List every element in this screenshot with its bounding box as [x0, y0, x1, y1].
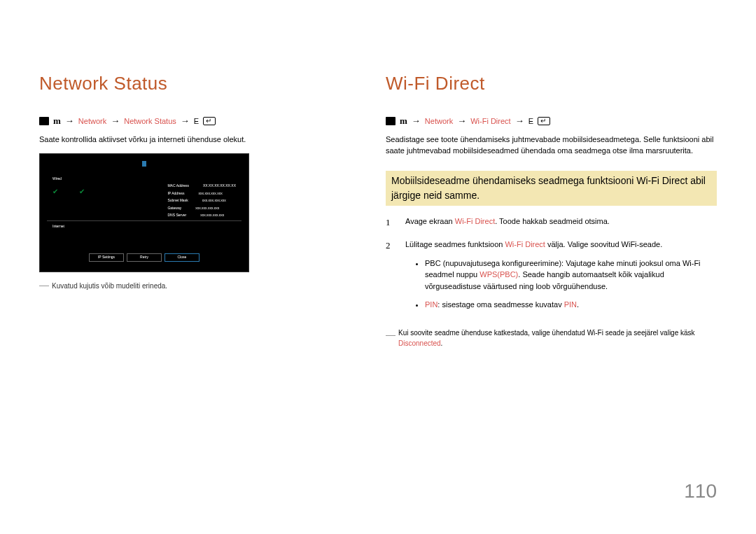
nav-network: Network: [78, 115, 106, 127]
red-text: WPS(PBC): [479, 270, 518, 279]
arrow-icon: →: [457, 114, 466, 128]
page-number: 110: [684, 477, 717, 506]
arrow-icon: →: [111, 114, 120, 128]
heading-network-status: Network Status: [39, 70, 358, 97]
page-container: Network Status m → Network → Network Sta…: [0, 0, 756, 534]
heading-wifi-direct: Wi-Fi Direct: [386, 70, 717, 97]
list-item: MAC AddressXX:XX:XX:XX:XX:XX: [167, 183, 236, 189]
screenshot-caption: ―Kuvatud kujutis võib mudeliti erineda.: [39, 278, 358, 293]
nav-wifi-direct: Wi-Fi Direct: [470, 115, 510, 127]
arrow-icon: →: [412, 114, 421, 128]
dash-icon: ―: [386, 328, 396, 349]
bullet-list: PBC (nupuvajutusega konfigureerimine): V…: [405, 258, 717, 311]
steps-list: 1 Avage ekraan Wi-Fi Direct. Toode hakka…: [386, 216, 717, 318]
nav-network: Network: [425, 115, 453, 127]
step-2: 2 Lülitage seadmes funktsioon Wi-Fi Dire…: [386, 239, 717, 318]
highlight-box: Mobiilsideseadme ühendamiseks seadmega f…: [386, 171, 717, 206]
breadcrumb-left: m → Network → Network Status → E: [39, 114, 358, 128]
step-1: 1 Avage ekraan Wi-Fi Direct. Toode hakka…: [386, 216, 717, 230]
ip-settings-button: IP Settings: [89, 253, 124, 262]
red-text: PIN: [564, 300, 577, 309]
menu-icon: [39, 117, 49, 125]
step-body: Lülitage seadmes funktsioon Wi-Fi Direct…: [405, 239, 717, 318]
check-icon: ✔: [52, 186, 58, 197]
divider: [47, 220, 241, 221]
step-number: 2: [386, 239, 396, 318]
step-number: 1: [386, 216, 396, 230]
red-text: PIN: [425, 300, 438, 309]
internet-label: Internet: [52, 224, 64, 230]
list-item: Subnet Maskxxx.xxx.xxx.xxx: [167, 198, 236, 204]
enter-icon: [203, 117, 216, 125]
right-paragraph-1: Seadistage see toote ühendamiseks juhtme…: [386, 134, 717, 157]
nav-network-status: Network Status: [124, 115, 176, 127]
list-item: DNS Serverxxx.xxx.xxx.xxx: [167, 213, 236, 218]
red-text: Wi-Fi Direct: [505, 240, 545, 248]
screenshot-buttons: IP Settings Retry Close: [89, 253, 200, 262]
red-text: Disconnected: [398, 339, 441, 347]
arrow-icon: →: [515, 114, 524, 128]
arrow-icon: →: [181, 114, 190, 128]
breadcrumb-right: m → Network → Wi-Fi Direct → E: [386, 114, 717, 128]
retry-button: Retry: [127, 253, 162, 262]
right-column: Wi-Fi Direct m → Network → Wi-Fi Direct …: [386, 70, 717, 349]
m-symbol: m: [400, 114, 407, 128]
network-status-screenshot: Wired ✔ ✔ MAC AddressXX:XX:XX:XX:XX:XX I…: [39, 153, 249, 272]
enter-symbol: E: [194, 115, 199, 127]
check-icon: ✔: [79, 186, 85, 197]
bullet-pbc: PBC (nupuvajutusega konfigureerimine): V…: [425, 258, 717, 293]
left-column: Network Status m → Network → Network Sta…: [39, 70, 358, 349]
enter-symbol: E: [528, 115, 533, 127]
left-description: Saate kontrollida aktiivset võrku ja int…: [39, 134, 358, 146]
list-item: Gatewayxxx.xxx.xxx.xxx: [167, 206, 236, 211]
two-column-layout: Network Status m → Network → Network Sta…: [39, 70, 717, 349]
list-item: IP Addressxxx.xxx.xxx.xxx: [167, 191, 236, 197]
m-symbol: m: [53, 114, 61, 128]
dash-icon: ―: [39, 279, 49, 290]
bullet-pin: PIN: sisestage oma seadmesse kuvatav PIN…: [425, 299, 717, 311]
close-button: Close: [164, 253, 200, 262]
screenshot-header-icon: [142, 161, 146, 167]
enter-icon: [538, 117, 550, 125]
footnote: ― Kui soovite seadme ühenduse katkestada…: [386, 328, 717, 349]
arrow-icon: →: [65, 114, 74, 128]
wired-label: Wired: [52, 176, 62, 182]
step-body: Avage ekraan Wi-Fi Direct. Toode hakkab …: [405, 216, 717, 230]
red-text: Wi-Fi Direct: [455, 217, 495, 225]
menu-icon: [386, 117, 396, 125]
network-info-list: MAC AddressXX:XX:XX:XX:XX:XX IP Addressx…: [167, 183, 236, 218]
